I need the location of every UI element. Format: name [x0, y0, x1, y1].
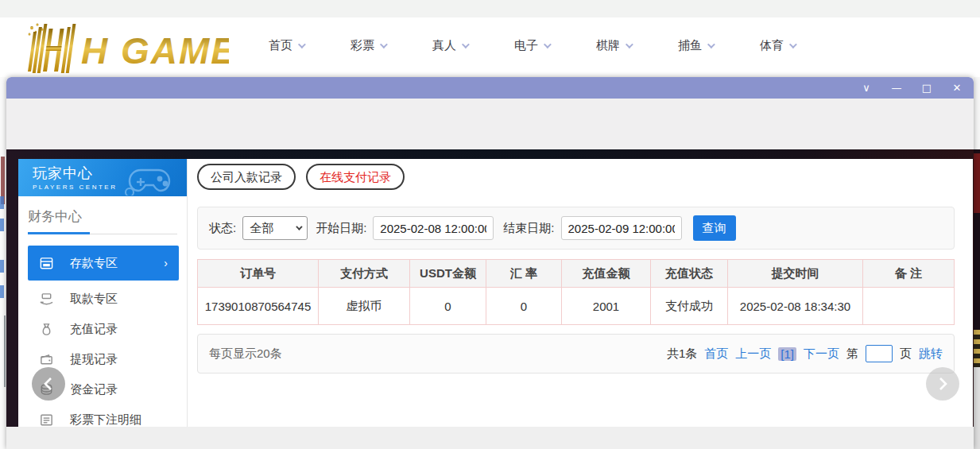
- end-date-input[interactable]: [561, 216, 682, 240]
- moneybag-icon: [39, 322, 54, 337]
- query-button[interactable]: 查询: [693, 215, 736, 241]
- record-tabs: 公司入款记录 在线支付记录: [197, 164, 955, 190]
- current-page-indicator: [1]: [778, 347, 796, 361]
- chevron-down-icon: [462, 41, 470, 48]
- col-remark: 备 注: [863, 260, 955, 288]
- end-date-label: 结束日期:: [503, 221, 554, 236]
- chevron-right-icon: [936, 376, 949, 392]
- background-page-left-edge: [0, 77, 6, 449]
- nav-item-home[interactable]: 首页: [269, 38, 304, 53]
- col-payment-method: 支付方式: [319, 260, 410, 288]
- window-collapse-button[interactable]: ∨: [861, 83, 872, 93]
- page-top-strip: [0, 0, 980, 17]
- status-select-value: 全部: [250, 221, 273, 236]
- page-size-text: 每页显示20条: [209, 346, 282, 362]
- select-caret-icon: [296, 223, 302, 230]
- cell-payment-method: 虚拟币: [319, 288, 410, 325]
- jump-prefix-label: 第: [846, 346, 858, 362]
- pagination-controls: 共1条 首页 上一页 [1] 下一页 第 页 跳转: [667, 345, 943, 362]
- status-select[interactable]: 全部: [242, 216, 308, 240]
- window-titlebar[interactable]: ∨ — □ ✕: [6, 77, 974, 99]
- payment-records-table: 订单号 支付方式 USDT金额 汇 率 充值金额 充值状态 提交时间 备 注 1: [197, 259, 955, 325]
- col-submit-time: 提交时间: [728, 260, 863, 288]
- chevron-left-icon: [42, 376, 55, 392]
- site-logo[interactable]: H GAME: [24, 21, 229, 76]
- players-center-window: ∨ — □ ✕ 玩家中心 PLAYERS CENTER: [6, 77, 974, 449]
- cell-recharge-status: 支付成功: [651, 288, 728, 325]
- window-content-backdrop: 玩家中心 PLAYERS CENTER 财务中心: [6, 149, 974, 427]
- start-date-input[interactable]: [373, 216, 494, 240]
- nav-item-cards[interactable]: 棋牌: [596, 38, 631, 53]
- table-header-row: 订单号 支付方式 USDT金额 汇 率 充值金额 充值状态 提交时间 备 注: [198, 260, 955, 288]
- first-page-link[interactable]: 首页: [704, 346, 728, 362]
- wallet-icon: [39, 352, 54, 367]
- nav-item-live[interactable]: 真人: [432, 38, 467, 53]
- col-recharge-status: 充值状态: [651, 260, 728, 288]
- status-label: 状态:: [209, 221, 236, 236]
- jump-suffix-label: 页: [900, 346, 912, 362]
- window-minimize-button[interactable]: —: [891, 83, 902, 93]
- tab-company-deposit-records[interactable]: 公司入款记录: [197, 164, 296, 190]
- cell-usdt-amount: 0: [410, 288, 486, 325]
- cell-order-no: 1739010870564745: [198, 288, 319, 325]
- chevron-down-icon: [707, 41, 715, 48]
- withdraw-hand-icon: [39, 292, 54, 307]
- sidebar-header: 玩家中心 PLAYERS CENTER: [18, 159, 187, 196]
- svg-text:H GAME: H GAME: [81, 30, 229, 72]
- background-page-right-edge: [974, 77, 980, 449]
- cell-exchange-rate: 0: [486, 288, 562, 325]
- cell-submit-time: 2025-02-08 18:34:30: [728, 288, 863, 325]
- filter-bar: 状态: 全部 开始日期: 结束日期: 查询: [197, 207, 955, 250]
- list-icon: [39, 412, 54, 428]
- nav-item-sports[interactable]: 体育: [760, 38, 795, 53]
- pagination-bar: 每页显示20条 共1条 首页 上一页 [1] 下一页 第 页 跳转: [197, 334, 955, 374]
- players-center-panel: 玩家中心 PLAYERS CENTER 财务中心: [18, 159, 972, 427]
- deposit-card-icon: [39, 256, 54, 271]
- nav-item-fishing[interactable]: 捕鱼: [678, 38, 713, 53]
- cell-remark: [863, 288, 955, 325]
- sidebar-item-lottery-bet-details[interactable]: 彩票下注明细: [18, 404, 187, 435]
- total-count-text: 共1条: [667, 346, 697, 362]
- col-usdt-amount: USDT金额: [410, 260, 486, 288]
- col-order-no: 订单号: [198, 260, 319, 288]
- sidebar-section-title: 财务中心: [28, 207, 187, 226]
- chevron-down-icon: [380, 41, 388, 48]
- chevron-down-icon: [544, 41, 552, 48]
- site-header: H GAME 首页 彩票 真人 电子 棋牌 捕鱼 体育: [0, 17, 980, 77]
- jump-action-link[interactable]: 跳转: [919, 346, 943, 362]
- sidebar-item-recharge-records[interactable]: 充值记录: [18, 314, 187, 344]
- nav-item-slots[interactable]: 电子: [514, 38, 549, 53]
- chevron-down-icon: [789, 41, 797, 48]
- main-navigation: 首页 彩票 真人 电子 棋牌 捕鱼 体育: [269, 17, 795, 73]
- table-row: 1739010870564745 虚拟币 0 0 2001 支付成功 2025-…: [198, 288, 955, 325]
- cell-recharge-amount: 2001: [562, 288, 651, 325]
- chevron-right-icon: ›: [164, 257, 168, 269]
- gamepad-icon: [123, 162, 179, 195]
- col-exchange-rate: 汇 率: [486, 260, 562, 288]
- sidebar-item-deposit-zone[interactable]: 存款专区 ›: [28, 246, 179, 281]
- window-top-spacer: [6, 99, 974, 149]
- sidebar-item-withdraw-zone[interactable]: 取款专区: [18, 284, 187, 314]
- hh-game-logo-graphic: H GAME: [24, 21, 229, 73]
- carousel-right-arrow[interactable]: [926, 367, 959, 401]
- col-recharge-amount: 充值金额: [562, 260, 651, 288]
- prev-page-link[interactable]: 上一页: [735, 346, 771, 362]
- window-close-button[interactable]: ✕: [951, 83, 963, 93]
- tab-online-payment-records[interactable]: 在线支付记录: [306, 164, 405, 190]
- window-maximize-button[interactable]: □: [921, 83, 932, 93]
- sidebar-section-divider: [28, 232, 177, 234]
- chevron-down-icon: [626, 41, 633, 48]
- chevron-down-icon: [298, 41, 306, 48]
- page-jump-input[interactable]: [866, 345, 893, 362]
- records-main-area: 公司入款记录 在线支付记录 状态: 全部 开始日期: 结束日期: 查询: [188, 159, 973, 427]
- carousel-left-arrow[interactable]: [32, 367, 65, 401]
- nav-item-lottery[interactable]: 彩票: [351, 38, 385, 53]
- start-date-label: 开始日期:: [316, 221, 366, 236]
- next-page-link[interactable]: 下一页: [804, 346, 839, 362]
